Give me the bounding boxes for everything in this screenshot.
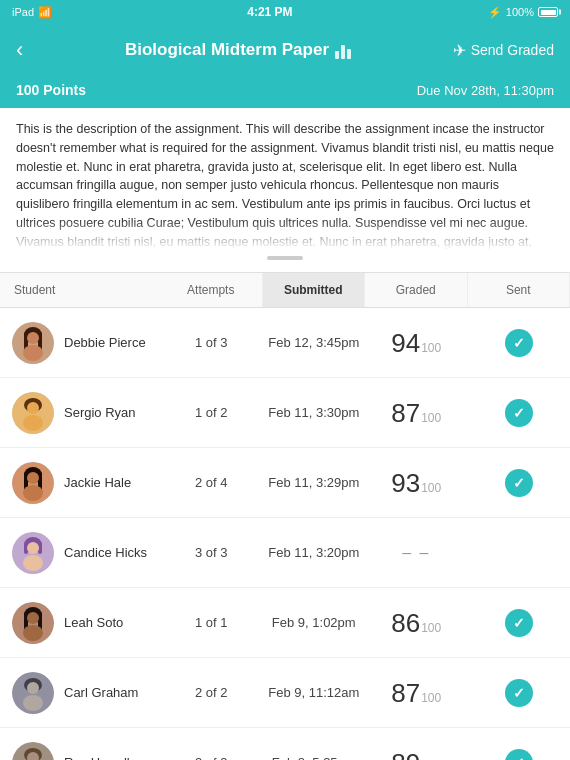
grade-value: 87 xyxy=(391,680,420,706)
submitted-cell: Feb 12, 3:45pm xyxy=(263,329,366,356)
attempts-cell: 2 of 2 xyxy=(160,679,263,706)
attempts-cell: 3 of 3 xyxy=(160,749,263,760)
col-student: Student xyxy=(0,273,160,307)
grade-value: 89 xyxy=(391,750,420,761)
send-graded-button[interactable]: ✈ Send Graded xyxy=(453,41,554,60)
col-submitted[interactable]: Submitted xyxy=(263,273,366,307)
avatar xyxy=(12,392,54,434)
submitted-cell: Feb 11, 3:30pm xyxy=(263,399,366,426)
submitted-cell: Feb 8, 5:35pm xyxy=(263,749,366,760)
attempts-cell: 3 of 3 xyxy=(160,539,263,566)
sent-cell xyxy=(468,673,571,713)
attempts-cell: 1 of 3 xyxy=(160,329,263,356)
device-label: iPad xyxy=(12,6,34,18)
avatar xyxy=(12,742,54,761)
check-icon xyxy=(505,679,533,707)
table-row[interactable]: Carl Graham 2 of 2 Feb 9, 11:12am 87 100 xyxy=(0,658,570,728)
attempts-cell: 2 of 4 xyxy=(160,469,263,496)
grade-value: 87 xyxy=(391,400,420,426)
grade-cell: 87 100 xyxy=(365,394,468,432)
col-attempts: Attempts xyxy=(160,273,263,307)
grade-total: 100 xyxy=(421,691,441,705)
grade-total: 100 xyxy=(421,621,441,635)
table-row[interactable]: Sergio Ryan 1 of 2 Feb 11, 3:30pm 87 100 xyxy=(0,378,570,448)
table-row[interactable]: Candice Hicks 3 of 3 Feb 11, 3:20pm – – xyxy=(0,518,570,588)
avatar xyxy=(12,672,54,714)
back-button[interactable]: ‹ xyxy=(16,37,23,63)
student-name: Leah Soto xyxy=(64,615,123,630)
grade-cell: 89 100 xyxy=(365,744,468,761)
attempts-cell: 1 of 1 xyxy=(160,609,263,636)
grade-total: 100 xyxy=(421,411,441,425)
svg-point-30 xyxy=(27,682,39,694)
grade-total: 100 xyxy=(421,341,441,355)
sent-cell xyxy=(468,393,571,433)
svg-point-31 xyxy=(23,695,43,711)
table-row[interactable]: Debbie Pierce 1 of 3 Feb 12, 3:45pm 94 1… xyxy=(0,308,570,378)
svg-point-14 xyxy=(27,472,39,484)
check-icon xyxy=(505,469,533,497)
grade-total: 100 xyxy=(421,481,441,495)
svg-point-20 xyxy=(27,542,39,554)
student-cell: Sergio Ryan xyxy=(0,384,160,442)
col-graded: Graded xyxy=(365,273,468,307)
assignment-title: Biological Midterm Paper xyxy=(125,40,329,60)
col-sent: Sent xyxy=(468,273,571,307)
drag-handle[interactable] xyxy=(16,250,554,264)
check-icon xyxy=(505,609,533,637)
student-cell: Roy Howell xyxy=(0,734,160,761)
student-name: Candice Hicks xyxy=(64,545,147,560)
description-section: This is the description of the assignmen… xyxy=(0,108,570,273)
sent-cell xyxy=(468,323,571,363)
student-name: Debbie Pierce xyxy=(64,335,146,350)
status-bar: iPad 📶 4:21 PM ⚡ 100% xyxy=(0,0,570,24)
status-bar-left: iPad 📶 xyxy=(12,6,52,19)
svg-point-21 xyxy=(23,555,43,571)
submitted-cell: Feb 9, 1:02pm xyxy=(263,609,366,636)
submitted-cell: Feb 11, 3:29pm xyxy=(263,469,366,496)
check-icon xyxy=(505,329,533,357)
table-row[interactable]: Roy Howell 3 of 3 Feb 8, 5:35pm 89 100 xyxy=(0,728,570,760)
assignment-info: 100 Points Due Nov 28th, 11:30pm xyxy=(0,76,570,108)
table-body: Debbie Pierce 1 of 3 Feb 12, 3:45pm 94 1… xyxy=(0,308,570,760)
svg-point-4 xyxy=(27,332,39,344)
grade-value: 94 xyxy=(391,330,420,356)
bar-chart-icon[interactable] xyxy=(335,41,351,59)
grade-cell: – – xyxy=(365,538,468,568)
send-icon: ✈ xyxy=(453,41,466,60)
svg-point-15 xyxy=(23,485,43,501)
avatar xyxy=(12,322,54,364)
table-row[interactable]: Jackie Hale 2 of 4 Feb 11, 3:29pm 93 100 xyxy=(0,448,570,518)
header: ‹ Biological Midterm Paper ✈ Send Graded xyxy=(0,24,570,76)
student-name: Jackie Hale xyxy=(64,475,131,490)
student-name: Roy Howell xyxy=(64,755,130,760)
back-icon: ‹ xyxy=(16,37,23,63)
student-table: Student Attempts Submitted Graded Sent D… xyxy=(0,273,570,760)
student-cell: Debbie Pierce xyxy=(0,314,160,372)
submitted-cell: Feb 9, 11:12am xyxy=(263,679,366,706)
svg-point-5 xyxy=(23,345,43,361)
grade-cell: 87 100 xyxy=(365,674,468,712)
battery-label: 100% xyxy=(506,6,534,18)
check-icon xyxy=(505,399,533,427)
status-bar-right: ⚡ 100% xyxy=(488,6,558,19)
grade-cell: 93 100 xyxy=(365,464,468,502)
attempts-cell: 1 of 2 xyxy=(160,399,263,426)
avatar xyxy=(12,532,54,574)
table-row[interactable]: Leah Soto 1 of 1 Feb 9, 1:02pm 86 100 xyxy=(0,588,570,658)
sent-cell xyxy=(468,547,571,559)
svg-point-27 xyxy=(23,625,43,641)
svg-point-8 xyxy=(27,402,39,414)
sent-cell xyxy=(468,743,571,761)
student-cell: Carl Graham xyxy=(0,664,160,722)
svg-point-26 xyxy=(27,612,39,624)
due-date: Due Nov 28th, 11:30pm xyxy=(417,83,554,98)
avatar xyxy=(12,462,54,504)
grade-cell: 86 100 xyxy=(365,604,468,642)
sent-cell xyxy=(468,603,571,643)
grade-value: 93 xyxy=(391,470,420,496)
bluetooth-icon: ⚡ xyxy=(488,6,502,19)
avatar xyxy=(12,602,54,644)
grade-value: 86 xyxy=(391,610,420,636)
submitted-cell: Feb 11, 3:20pm xyxy=(263,539,366,566)
